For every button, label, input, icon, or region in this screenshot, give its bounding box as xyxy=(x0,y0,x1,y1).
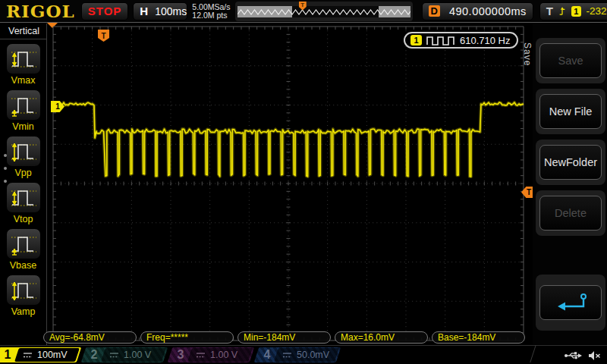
channel-status-bar: 1 100mV 2 1.00 V 3 xyxy=(0,345,607,364)
channel3-box[interactable]: 3 1.00 V xyxy=(168,347,254,362)
vmin-measure-icon xyxy=(6,89,41,121)
menu-item-label: Vbase xyxy=(10,260,36,271)
horizontal-timebase-box[interactable]: H 100ms xyxy=(133,2,187,20)
channel-scale: 50.0mV xyxy=(297,350,329,360)
trigger-level-value: -232mV xyxy=(587,5,607,17)
menu-item-label: Vamp xyxy=(11,306,36,317)
return-button[interactable] xyxy=(539,285,602,320)
measurement-max: Max=16.0mV xyxy=(335,331,428,344)
square-wave-icon xyxy=(426,36,455,46)
acquisition-info: 5.00MSa/s 12.0M pts xyxy=(192,3,230,20)
vtop-measure-icon xyxy=(6,182,41,213)
usb-icon xyxy=(564,350,582,361)
menu-item-vbase[interactable]: Vbase xyxy=(0,228,46,271)
timebase-value: 100ms xyxy=(155,5,187,17)
menu-item-vmax[interactable]: Vmax xyxy=(0,43,46,86)
new-file-button[interactable]: New File xyxy=(539,94,602,129)
menu-item-vpp[interactable]: Vpp xyxy=(0,136,46,178)
channel-number: 2 xyxy=(85,348,103,362)
softkey-slot: Delete xyxy=(536,190,605,236)
waveform-display: 1 T T 1 610.710 Hz xyxy=(47,23,533,344)
channel-number: 1 xyxy=(0,348,17,362)
counter-channel-badge: 1 xyxy=(410,35,422,46)
new-folder-button[interactable]: NewFolder xyxy=(539,145,602,180)
sample-rate: 5.00MSa/s xyxy=(192,3,230,11)
delay-readout-box: D 490.000000ms xyxy=(422,2,533,20)
oscilloscope-screen: RIGOL STOP H 100ms 5.00MSa/s 12.0M pts T… xyxy=(0,0,607,364)
menu-item-vmin[interactable]: Vmin xyxy=(0,89,46,132)
channel-scale: 1.00 V xyxy=(124,350,151,360)
softkey-slot xyxy=(536,275,605,331)
left-measure-menu: Vertical Vmax Vmin Vpp Vtop Vbase Vamp xyxy=(0,24,47,345)
channel-scale: 1.00 V xyxy=(210,350,237,360)
menu-item-label: Vmax xyxy=(11,75,36,86)
menu-page-indicator-icon xyxy=(4,154,7,183)
channel2-box[interactable]: 2 1.00 V xyxy=(81,347,168,362)
menu-item-vamp[interactable]: Vamp xyxy=(0,275,46,317)
speaker-muted-icon xyxy=(588,350,601,361)
status-icons xyxy=(564,350,601,361)
measurement-results-bar: Avg=-64.8mV Freq=***** Min=-184mV Max=16… xyxy=(43,331,525,344)
channel1-box[interactable]: 1 100mV xyxy=(0,347,81,362)
measurement-min: Min=-184mV xyxy=(237,331,331,344)
softkey-slot: Save xyxy=(536,38,605,83)
dc-coupling-icon xyxy=(282,351,292,359)
dc-coupling-icon xyxy=(196,351,206,359)
brand-logo: RIGOL xyxy=(6,1,75,21)
menu-item-label: Vmin xyxy=(12,121,33,132)
dc-coupling-icon xyxy=(109,351,119,359)
delay-value: 490.000000ms xyxy=(449,5,527,17)
right-softkey-menu: Save Save New File NewFolder Delete xyxy=(533,23,607,344)
channel4-box[interactable]: 4 50.0mV xyxy=(254,347,341,362)
channel1-waveform-trace xyxy=(47,23,533,344)
vbase-measure-icon xyxy=(6,228,41,259)
trigger-label: T xyxy=(546,5,553,17)
softkey-slot: NewFolder xyxy=(536,140,605,185)
save-button[interactable]: Save xyxy=(539,43,602,78)
return-arrow-icon xyxy=(553,292,588,313)
memory-position-bar: T xyxy=(235,2,413,21)
memory-waveform-icon xyxy=(237,6,410,17)
vamp-measure-icon xyxy=(6,275,41,306)
memory-depth: 12.0M pts xyxy=(192,11,230,20)
vmax-measure-icon xyxy=(6,43,41,74)
measure-menu-title: Vertical xyxy=(0,24,46,39)
trigger-readout-box[interactable]: T 1 -232mV xyxy=(539,2,607,20)
top-status-bar: RIGOL STOP H 100ms 5.00MSa/s 12.0M pts T… xyxy=(0,0,607,23)
run-stop-button[interactable]: STOP xyxy=(81,2,129,20)
delay-badge: D xyxy=(429,5,440,17)
vpp-measure-icon xyxy=(6,136,41,167)
channel-number: 4 xyxy=(258,348,276,362)
frequency-value: 610.710 Hz xyxy=(460,35,511,46)
menu-tab-save: Save xyxy=(522,42,533,66)
channel-number: 3 xyxy=(171,348,190,362)
menu-item-vtop[interactable]: Vtop xyxy=(0,182,46,224)
trigger-source-badge: 1 xyxy=(571,6,581,17)
menu-item-label: Vtop xyxy=(14,214,33,224)
memory-waveform-strip xyxy=(237,6,410,17)
rising-edge-icon xyxy=(558,5,566,17)
measurement-base: Base=-184mV xyxy=(432,331,525,344)
measurement-avg: Avg=-64.8mV xyxy=(43,331,137,344)
softkey-slot: New File xyxy=(536,89,605,134)
delete-button[interactable]: Delete xyxy=(539,196,602,231)
dc-coupling-icon xyxy=(23,351,33,359)
channel-scale: 100mV xyxy=(37,350,68,360)
horizontal-label: H xyxy=(140,5,148,17)
frequency-counter-badge: 1 610.710 Hz xyxy=(404,32,518,49)
measurement-freq: Freq=***** xyxy=(140,331,234,344)
menu-item-label: Vpp xyxy=(14,168,31,178)
